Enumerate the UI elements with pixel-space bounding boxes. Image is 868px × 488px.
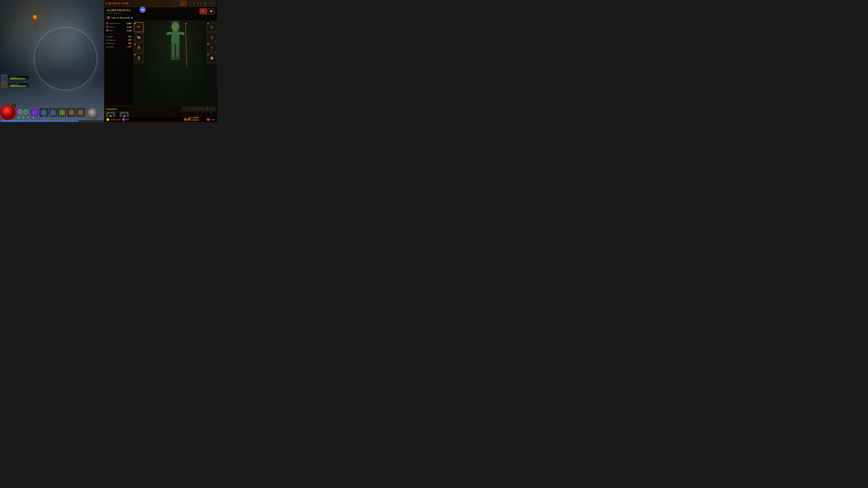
- skill-hotkey-6: □: [84, 115, 84, 116]
- gg-bar-2: [185, 118, 186, 121]
- strength-label: Strength: [106, 35, 113, 38]
- stats-materials-label[interactable]: Stats & Materials: [111, 16, 130, 19]
- party-name-2: ↓ Subo | IX: [10, 84, 28, 86]
- nav-btn-l1[interactable]: L1: [173, 1, 179, 6]
- skill-slot-4[interactable]: 3 R2: [58, 108, 66, 117]
- party-avatar-1: [1, 74, 7, 81]
- svg-line-1: [171, 21, 172, 22]
- nav-btn-diamond[interactable]: ◆: [202, 1, 208, 6]
- equip-nav-gear[interactable]: ⚙: [193, 107, 198, 111]
- nav-buttons: L1 ⚔ ⚜ ◈ ◆ R1: [173, 1, 215, 6]
- equip-chest-star: ✦: [215, 30, 216, 31]
- willpower-label: Willpower: [106, 42, 115, 44]
- equip-helm-dot: [134, 23, 135, 24]
- char-name: ALIRENDAEYA: [106, 8, 131, 12]
- nav-btn-shield[interactable]: ⚜: [187, 1, 193, 6]
- party-avatar-2: [1, 82, 7, 88]
- equip-nav-wrench[interactable]: 🔧: [205, 107, 210, 111]
- equip-ring1-dot: [134, 43, 135, 45]
- party-info-2: ↓ Subo | IX: [8, 83, 29, 87]
- svg-rect-12: [185, 23, 187, 24]
- equip-ring1-star: ✦: [142, 51, 143, 52]
- equip-offhand-icon: 🔮: [210, 57, 214, 60]
- special-icon-purple[interactable]: ✦: [18, 109, 23, 114]
- equip-title: Equipment: [106, 108, 117, 110]
- equip-weapon-star: ✦: [215, 51, 216, 52]
- btn-hint-r2: R2: [32, 116, 34, 119]
- party-health-fill-1: [10, 78, 25, 79]
- char-mode-inspect[interactable]: 🔍: [199, 8, 207, 14]
- char-model: ⛑ ✦ 🧤 ✦ 💍 ✦ 💍 ✦: [133, 20, 217, 110]
- strength-text: Strength: [106, 35, 113, 38]
- equip-slot-offhand[interactable]: 🔮: [207, 54, 217, 63]
- close-button[interactable]: ○ Close: [207, 118, 215, 121]
- equip-nav-l2[interactable]: L2: [182, 107, 187, 111]
- skill-slot-3[interactable]: 35 L2: [49, 108, 57, 117]
- equip-slot-chest[interactable]: 🧥 ✦: [207, 22, 217, 32]
- equip-nav-x[interactable]: ✕: [188, 107, 193, 111]
- char-mode-buttons: 🔍 📦: [199, 8, 215, 14]
- btn-hint-x: ✕: [37, 116, 40, 119]
- equip-ring2-dot: [134, 54, 135, 55]
- equip-slot-helm[interactable]: ⛑ ✦: [134, 22, 144, 32]
- svg-rect-7: [171, 43, 175, 57]
- special-icon-green[interactable]: ◈: [23, 109, 28, 114]
- btn-l2: L2: [27, 116, 30, 119]
- equip-slot-pants[interactable]: 👖 ✦: [207, 33, 217, 42]
- sm-icon-symbol: ⚙: [107, 17, 109, 19]
- party-health-bar-1: [10, 78, 28, 79]
- equip-nav-flask[interactable]: ⚗: [199, 107, 204, 111]
- equip-nav-btns: L2 ✕ ⚙ ⚗ 🔧 R2: [182, 107, 215, 111]
- equip-slot-gloves[interactable]: 🧤 ✦: [134, 33, 144, 42]
- skill-slot-6[interactable]: □: [76, 108, 85, 117]
- svg-rect-9: [171, 57, 176, 60]
- equip-slots-right: 🧥 ✦ 👖 ✦ 🗡 ✦ 🔮: [207, 22, 217, 63]
- char-name-info: ALIRENDAEYA No Title Selected: [106, 8, 131, 14]
- btn-x: ✕: [37, 116, 40, 119]
- gg-bars: [184, 117, 190, 121]
- skill-hotkey-2: R1: [46, 115, 47, 116]
- skill-slot-5[interactable]: ✕: [67, 108, 76, 117]
- currency-bar: 56,687,929 901 ○ Close GAMERGUIDES: [104, 117, 217, 122]
- skill-hotkey-3: L2: [55, 115, 57, 116]
- dexterity-label: Dexterity: [106, 46, 114, 48]
- equip-helm-star: ✦: [142, 30, 143, 31]
- char-header: CHARACTER L1 ⚔ ⚜ ◈ ◆ R1: [104, 0, 217, 7]
- intelligence-row: Intelligence 327: [106, 39, 131, 41]
- equip-pants-star: ✦: [215, 40, 216, 42]
- btn-hint-square: □: [42, 116, 45, 119]
- party-panel: ✦ Raheir | X ↓ Subo | IX: [1, 74, 29, 88]
- stat-group-primary: ⚔ Attack Power 2,963 🛡 Armor 1,228 ❤ Li: [106, 22, 131, 32]
- skill-icon-6: [78, 109, 84, 116]
- attack-power-value: 2,963: [127, 22, 132, 25]
- char-name-area: ALIRENDAEYA No Title Selected 🔍 📦: [104, 7, 217, 15]
- dexterity-row: Dexterity 1,086: [106, 45, 131, 48]
- equip-slot-weapon[interactable]: 🗡 ✦: [207, 43, 217, 53]
- life-icon: ❤: [106, 29, 109, 32]
- svg-rect-4: [171, 31, 180, 43]
- char-mode-inventory[interactable]: 📦: [208, 8, 215, 14]
- close-label: Close: [211, 119, 215, 121]
- armor-icon: 🛡: [106, 26, 109, 28]
- nav-btn-gem[interactable]: ◈: [194, 1, 201, 6]
- stat-group-secondary: Strength 325 Intelligence 327 Willpower …: [106, 35, 131, 48]
- life-text: Life: [110, 29, 113, 32]
- equip-nav-r2[interactable]: R2: [210, 107, 215, 111]
- armor-row: 🛡 Armor 1,228: [106, 26, 131, 28]
- char-body: ⚔ Attack Power 2,963 🛡 Armor 1,228 ❤ Li: [104, 20, 217, 110]
- equip-slot-ring1[interactable]: 💍 ✦: [134, 43, 144, 53]
- party-member-1: ✦ Raheir | X: [1, 74, 29, 81]
- nav-btn-sword[interactable]: ⚔: [180, 1, 186, 6]
- skill-slot-1[interactable]: △: [30, 108, 39, 117]
- armor-text: Armor: [110, 26, 115, 28]
- strength-value: 325: [128, 35, 131, 38]
- gem-currency-icon: [122, 118, 126, 122]
- torch: [34, 18, 36, 27]
- strength-row: Strength 325: [106, 35, 131, 38]
- nav-btn-r1[interactable]: R1: [209, 1, 215, 6]
- equip-slot-ring2[interactable]: 💍 ✦: [134, 54, 144, 63]
- btn-r2: R2: [32, 116, 34, 119]
- gold-coin-icon: [106, 118, 110, 121]
- level-circle: 139: [140, 7, 146, 13]
- skill-slot-2[interactable]: R1: [39, 108, 48, 117]
